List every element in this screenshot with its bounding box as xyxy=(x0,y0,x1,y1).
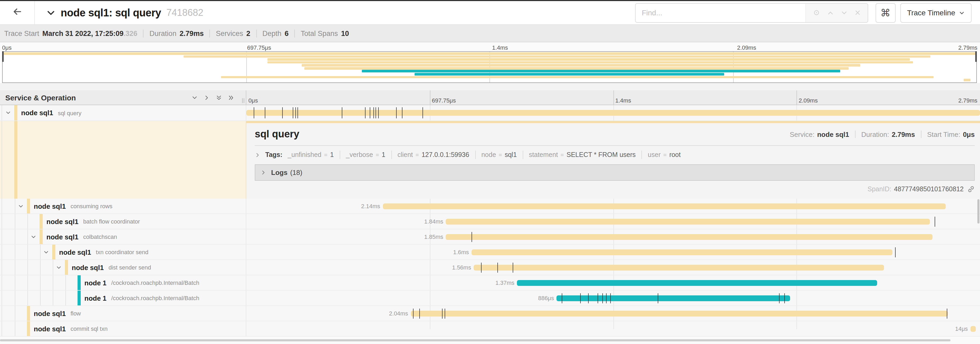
span-bar-cell[interactable]: 2.04ms xyxy=(246,306,980,321)
span-row[interactable]: node 1/cockroach.roachpb.Internal/Batch8… xyxy=(0,291,980,306)
expand-all-icon[interactable] xyxy=(228,94,234,101)
tags-row[interactable]: Tags:_unfinished=1_verbose=1client=127.0… xyxy=(255,150,975,159)
collapse-span-icon[interactable] xyxy=(5,110,11,116)
span-log-marker[interactable] xyxy=(784,293,784,303)
span-name-cell[interactable]: node sql1txn coordinator send xyxy=(0,245,246,259)
span-row[interactable]: node sql1flow2.04ms xyxy=(0,306,980,321)
span-log-marker[interactable] xyxy=(606,293,606,303)
span-log-marker[interactable] xyxy=(935,217,935,227)
span-log-marker[interactable] xyxy=(342,107,342,118)
span-row[interactable]: node sql1sql query xyxy=(0,105,980,121)
span-log-marker[interactable] xyxy=(402,107,402,118)
span-name-cell[interactable]: node sql1dist sender send xyxy=(0,260,246,275)
span-log-marker[interactable] xyxy=(779,293,780,303)
link-icon[interactable] xyxy=(967,186,975,193)
span-log-marker[interactable] xyxy=(471,232,472,242)
span-log-marker[interactable] xyxy=(379,107,379,118)
span-name-cell[interactable]: node 1/cockroach.roachpb.Internal/Batch xyxy=(0,291,246,306)
span-log-marker[interactable] xyxy=(580,293,581,303)
span-bar-cell[interactable]: 1.85ms xyxy=(246,229,980,244)
span-bar-cell[interactable]: 1.37ms xyxy=(246,275,980,290)
collapse-one-icon[interactable] xyxy=(191,94,198,101)
span-bar[interactable] xyxy=(970,326,975,332)
span-bar[interactable] xyxy=(383,203,945,209)
span-name-cell[interactable]: node sql1commit sql txn xyxy=(0,321,246,336)
span-name-cell[interactable]: node sql1consuming rows xyxy=(0,199,246,213)
collapse-span-icon[interactable] xyxy=(43,249,49,255)
span-log-marker[interactable] xyxy=(598,293,598,303)
span-log-marker[interactable] xyxy=(365,107,366,118)
collapse-trace-icon[interactable] xyxy=(46,8,56,17)
horizontal-scrollbar[interactable] xyxy=(0,339,950,341)
column-resize-grip[interactable] xyxy=(241,98,244,103)
span-bar-cell[interactable]: 1.6ms xyxy=(246,245,980,259)
span-bar[interactable] xyxy=(446,219,930,225)
span-bar[interactable] xyxy=(557,295,790,301)
span-log-marker[interactable] xyxy=(513,262,513,273)
span-log-marker[interactable] xyxy=(375,107,376,118)
span-log-marker[interactable] xyxy=(947,309,948,318)
span-bar[interactable] xyxy=(517,280,877,286)
span-log-marker[interactable] xyxy=(293,107,293,118)
span-log-marker[interactable] xyxy=(588,293,589,303)
find-clear-icon[interactable] xyxy=(854,10,861,16)
span-bar[interactable] xyxy=(446,234,932,240)
span-bar[interactable] xyxy=(471,250,893,255)
span-log-marker[interactable] xyxy=(610,293,611,303)
keyboard-shortcuts-button[interactable]: ⌘ xyxy=(875,3,895,22)
span-row[interactable]: node sql1consuming rows2.14ms xyxy=(0,199,980,214)
span-row[interactable]: node sql1txn coordinator send1.6ms xyxy=(0,245,980,260)
span-name-cell[interactable]: node 1/cockroach.roachpb.Internal/Batch xyxy=(0,275,246,290)
span-log-marker[interactable] xyxy=(298,107,298,118)
minimap-right-handle[interactable] xyxy=(975,51,977,62)
span-log-marker[interactable] xyxy=(423,107,423,118)
collapse-all-icon[interactable] xyxy=(216,94,222,101)
collapse-span-icon[interactable] xyxy=(18,203,24,209)
span-log-marker[interactable] xyxy=(442,309,443,318)
span-log-marker[interactable] xyxy=(295,107,296,118)
span-log-marker[interactable] xyxy=(602,293,603,303)
logs-toggle[interactable]: Logs(18) xyxy=(255,164,975,181)
span-name-cell[interactable]: node sql1batch flow coordinator xyxy=(0,214,246,229)
find-prev-icon[interactable] xyxy=(827,9,834,16)
expand-one-icon[interactable] xyxy=(204,94,210,101)
span-log-marker[interactable] xyxy=(444,309,445,318)
span-bar-cell[interactable]: 1.56ms xyxy=(246,260,980,275)
span-log-marker[interactable] xyxy=(413,309,414,318)
find-next-icon[interactable] xyxy=(840,9,847,16)
span-bar-cell[interactable]: 14μs xyxy=(246,321,980,336)
span-log-marker[interactable] xyxy=(282,107,283,118)
span-bar[interactable] xyxy=(474,265,884,270)
span-row[interactable]: node sql1dist sender send1.56ms xyxy=(0,260,980,275)
span-name-cell[interactable]: node sql1sql query xyxy=(0,105,246,120)
span-log-marker[interactable] xyxy=(658,293,659,303)
span-name-cell[interactable]: node sql1colbatchscan xyxy=(0,229,246,244)
span-bar-cell[interactable]: 2.14ms xyxy=(246,199,980,213)
trace-minimap[interactable] xyxy=(2,51,977,83)
trace-view-dropdown[interactable]: Trace Timeline xyxy=(900,3,972,22)
span-log-marker[interactable] xyxy=(265,107,265,118)
span-log-marker[interactable] xyxy=(420,309,420,318)
locate-icon[interactable] xyxy=(813,9,820,16)
collapse-span-icon[interactable] xyxy=(30,234,37,240)
minimap-left-handle[interactable] xyxy=(2,51,4,62)
span-log-marker[interactable] xyxy=(254,107,254,118)
span-row[interactable]: node sql1colbatchscan1.85ms xyxy=(0,229,980,245)
back-button[interactable] xyxy=(0,1,35,24)
span-bar-cell[interactable]: 886μs xyxy=(246,291,980,306)
span-bar[interactable] xyxy=(246,110,980,116)
span-bar-cell[interactable] xyxy=(246,105,980,120)
span-name-cell[interactable]: node sql1flow xyxy=(0,306,246,321)
span-row[interactable]: node sql1commit sql txn14μs xyxy=(0,321,980,337)
span-log-marker[interactable] xyxy=(396,107,397,118)
span-log-marker[interactable] xyxy=(369,107,370,118)
find-input[interactable] xyxy=(635,3,805,22)
span-log-marker[interactable] xyxy=(481,262,482,273)
span-bar-cell[interactable]: 1.84ms xyxy=(246,214,980,229)
span-row[interactable]: node sql1batch flow coordinator1.84ms xyxy=(0,214,980,229)
span-bar[interactable] xyxy=(410,311,948,317)
span-log-marker[interactable] xyxy=(895,247,895,258)
collapse-span-icon[interactable] xyxy=(56,264,62,270)
span-log-marker[interactable] xyxy=(373,107,374,118)
span-log-marker[interactable] xyxy=(562,293,562,303)
